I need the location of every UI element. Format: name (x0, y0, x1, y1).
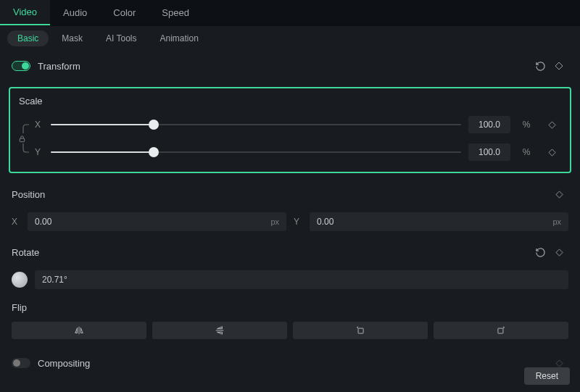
main-tabs: Video Audio Color Speed (0, 0, 580, 26)
rotate-dial[interactable] (12, 272, 28, 288)
rotate-ccw-button[interactable] (293, 322, 428, 339)
scale-y-keyframe-icon[interactable] (542, 143, 561, 162)
position-keyframe-icon[interactable] (550, 185, 568, 204)
sub-tabs: Basic Mask AI Tools Animation (0, 26, 580, 51)
tab-video[interactable]: Video (0, 0, 50, 25)
scale-lock[interactable] (19, 122, 35, 154)
reset-icon[interactable] (531, 57, 550, 75)
reset-button[interactable]: Reset (524, 367, 570, 385)
compositing-toggle[interactable] (12, 358, 30, 368)
keyframe-icon[interactable] (550, 57, 568, 75)
tab-speed[interactable]: Speed (149, 0, 202, 25)
scale-section: Scale X 100.0 (9, 87, 571, 173)
scale-y-label: Y (35, 147, 44, 157)
scale-x-unit: % (518, 120, 535, 130)
rotate-value[interactable]: 20.71° (35, 270, 568, 289)
position-label: Position (12, 189, 45, 200)
rotate-keyframe-icon[interactable] (550, 243, 568, 262)
svg-rect-2 (498, 328, 503, 333)
flip-label: Flip (12, 302, 27, 313)
svg-rect-1 (358, 328, 363, 333)
scale-x-label: X (35, 120, 44, 130)
rotate-reset-icon[interactable] (531, 243, 550, 262)
scale-x-slider[interactable] (51, 120, 461, 130)
scale-label: Scale (19, 96, 561, 107)
position-x-label: X (12, 217, 20, 227)
compositing-label: Compositing (38, 358, 90, 369)
subtab-mask[interactable]: Mask (51, 30, 93, 46)
tab-audio[interactable]: Audio (50, 0, 100, 25)
rotate-label: Rotate (12, 247, 39, 258)
flip-horizontal-button[interactable] (12, 322, 146, 339)
subtab-aitools[interactable]: AI Tools (96, 30, 146, 46)
flip-vertical-button[interactable] (152, 322, 287, 339)
scale-y-value[interactable]: 100.0 (468, 143, 510, 161)
transform-label: Transform (38, 61, 80, 72)
position-x-field[interactable]: 0.00 px (28, 212, 286, 231)
tab-color[interactable]: Color (100, 0, 149, 25)
subtab-basic[interactable]: Basic (7, 30, 49, 46)
svg-rect-0 (20, 138, 24, 142)
subtab-animation[interactable]: Animation (149, 30, 208, 46)
scale-y-slider[interactable] (51, 147, 461, 157)
position-y-label: Y (294, 217, 302, 227)
scale-y-unit: % (518, 147, 535, 157)
rotate-cw-button[interactable] (434, 322, 568, 339)
position-y-field[interactable]: 0.00 px (310, 212, 568, 231)
transform-toggle[interactable] (12, 61, 30, 71)
scale-x-value[interactable]: 100.0 (468, 116, 510, 133)
scale-x-keyframe-icon[interactable] (542, 115, 561, 134)
